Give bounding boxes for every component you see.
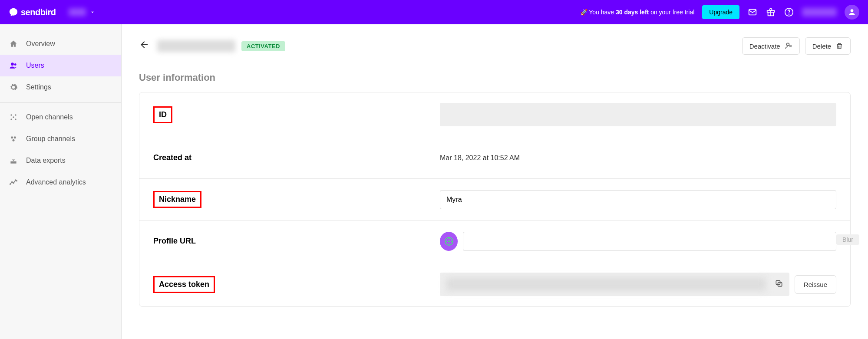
svg-point-17 [10,184,11,185]
svg-point-4 [789,14,789,14]
user-avatar[interactable] [845,5,859,20]
org-name-blurred [802,8,837,16]
row-nickname: Nickname [139,179,850,221]
label-created-at: Created at [153,153,191,162]
help-icon[interactable] [784,7,794,17]
access-token-blurred [446,278,766,291]
top-header: sendbird 🚀 You have 30 days left on your… [0,0,868,24]
sidebar-item-advanced-analytics[interactable]: Advanced analytics [0,171,121,193]
user-info-card: ID Created at Mar 18, 2022 at 10:52 AM N… [139,92,851,307]
sidebar-item-overview[interactable]: Overview [0,33,121,55]
nickname-input[interactable] [440,190,836,209]
sidebar-item-label: Advanced analytics [26,178,86,186]
blur-overlay-label: Blur [836,234,859,245]
delete-label: Delete [812,43,831,50]
users-icon [9,61,18,70]
sidebar-item-label: Users [26,62,44,69]
gift-icon[interactable] [766,7,776,17]
svg-point-14 [14,136,16,138]
mail-icon[interactable] [747,7,758,17]
deactivate-button[interactable]: Deactivate [742,37,800,55]
svg-point-5 [851,9,854,12]
delete-button[interactable]: Delete [805,37,851,55]
page-actions: Deactivate Delete [742,37,851,55]
main-content: ACTIVATED Deactivate Delete User informa… [122,24,868,339]
header-right: 🚀 You have 30 days left on your free tri… [580,5,859,20]
sidebar-item-group-channels[interactable]: Group channels [0,128,121,150]
sidebar-item-open-channels[interactable]: Open channels [0,106,121,128]
back-arrow-icon[interactable] [139,39,149,53]
app-selector[interactable] [69,8,96,16]
profile-url-input[interactable] [463,232,836,251]
svg-point-15 [13,139,15,142]
svg-point-18 [11,181,13,183]
sidebar-divider [0,102,121,103]
sidebar-item-data-exports[interactable]: Data exports [0,150,121,171]
svg-point-9 [15,114,16,115]
row-id: ID [139,92,850,137]
home-icon [9,39,18,49]
chevron-down-icon [89,9,96,15]
user-title-blurred [157,40,235,52]
app-name-blurred [69,8,86,16]
row-created-at: Created at Mar 18, 2022 at 10:52 AM [139,137,850,179]
created-at-value: Mar 18, 2022 at 10:52 AM [440,154,836,162]
svg-point-11 [15,118,16,120]
brand-name: sendbird [21,7,56,17]
svg-point-21 [16,180,17,181]
row-profile-url: Profile URL [139,221,850,262]
sidebar-item-settings[interactable]: Settings [0,76,121,98]
svg-point-7 [14,63,17,66]
reissue-button[interactable]: Reissue [795,275,836,294]
trial-text: 🚀 You have 30 days left on your free tri… [580,9,695,16]
id-value-blurred [440,103,836,126]
svg-point-19 [13,182,14,184]
svg-point-12 [13,116,14,118]
svg-point-10 [10,118,12,120]
label-profile-url: Profile URL [153,237,196,245]
svg-point-27 [446,240,447,242]
copy-icon[interactable] [775,279,783,290]
analytics-icon [9,178,18,187]
deactivate-label: Deactivate [749,43,780,50]
page-header: ACTIVATED Deactivate Delete [139,37,851,55]
group-channels-icon [9,134,18,144]
profile-avatar-icon [440,232,458,251]
svg-point-28 [451,240,452,242]
export-icon [9,156,18,165]
sidebar-item-label: Open channels [26,113,73,121]
sidebar-item-label: Overview [26,40,55,48]
sidebar-item-users[interactable]: Users [0,55,121,76]
brand-logo[interactable]: sendbird [9,7,56,17]
sidebar-item-label: Data exports [26,157,66,165]
sidebar: Overview Users Settings Open channels Gr… [0,24,122,339]
sidebar-item-label: Settings [26,83,51,91]
svg-point-22 [786,43,789,46]
upgrade-button[interactable]: Upgrade [702,5,739,19]
svg-point-8 [10,114,12,115]
svg-point-24 [448,240,450,242]
open-channels-icon [9,112,18,122]
label-access-token: Access token [153,276,215,293]
label-id: ID [153,106,172,123]
section-title: User information [139,72,851,83]
label-nickname: Nickname [153,191,201,208]
svg-point-26 [448,243,449,244]
svg-point-6 [11,63,14,66]
row-access-token: Access token Reissue [139,262,850,306]
status-badge: ACTIVATED [241,41,285,51]
gear-icon [9,82,18,92]
svg-rect-16 [10,161,16,164]
deactivate-icon [785,42,792,50]
trash-icon [835,42,843,50]
sidebar-item-label: Group channels [26,135,75,143]
svg-point-25 [448,238,449,239]
svg-point-13 [11,136,13,138]
access-token-box [440,273,789,296]
